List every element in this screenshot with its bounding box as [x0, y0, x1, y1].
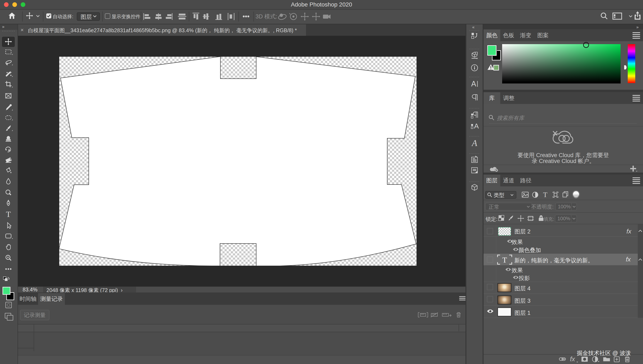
svg-text:A: A [474, 122, 479, 130]
svg-text:fx: fx [570, 356, 575, 362]
svg-text:A: A [471, 80, 476, 88]
svg-text:T: T [502, 256, 507, 264]
svg-text:T: T [6, 210, 11, 218]
svg-text:T: T [543, 191, 547, 198]
svg-text:A: A [471, 138, 477, 148]
